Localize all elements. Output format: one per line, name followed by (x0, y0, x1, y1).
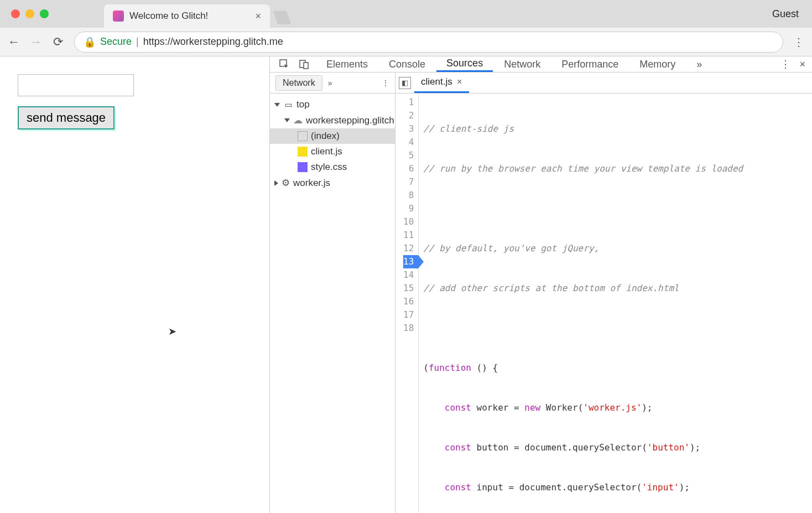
toggle-navigator-icon[interactable]: ◧ (399, 77, 411, 89)
code-column: ◧ client.js × 12345678910111213141516171… (395, 72, 812, 513)
reload-icon[interactable]: ⟳ (52, 36, 64, 48)
file-icon (298, 131, 308, 141)
devtools-body: Network » ⋮ ▭top ☁workerstepping.glitch … (270, 72, 812, 513)
svg-rect-2 (304, 63, 308, 69)
profile-label[interactable]: Guest (772, 8, 799, 20)
cloud-icon: ☁ (293, 115, 303, 126)
worker-icon: ⚙ (282, 177, 290, 189)
tree-file-stylecss[interactable]: style.css (270, 159, 395, 175)
maximize-window-icon[interactable] (40, 9, 49, 18)
omnibox[interactable]: 🔒 Secure | https://workerstepping.glitch… (74, 32, 783, 53)
inspect-icon[interactable] (277, 56, 292, 72)
tree-file-index[interactable]: (index) (270, 128, 395, 144)
devtools-tabs: Elements Console Sources Network Perform… (270, 56, 812, 72)
tab-strip: Welcome to Glitch! × Guest (0, 0, 812, 28)
devtools-menu-icon[interactable]: ⋮ (780, 58, 790, 70)
breakpoint-marker[interactable]: 13 (403, 255, 418, 268)
lock-icon: 🔒 (84, 36, 96, 48)
tab-close-icon[interactable]: × (255, 11, 261, 22)
forward-icon: → (30, 36, 42, 48)
mouse-cursor-icon: ➤ (168, 325, 176, 338)
subtab-network[interactable]: Network (275, 75, 322, 91)
tab-title: Welcome to Glitch! (129, 11, 208, 22)
url-text: https://workerstepping.glitch.me (143, 36, 283, 48)
file-tree: ▭top ☁workerstepping.glitch (index) clie… (270, 94, 395, 513)
new-tab-button[interactable] (273, 11, 292, 24)
tab-console[interactable]: Console (379, 56, 435, 72)
browser-tab[interactable]: Welcome to Glitch! × (104, 4, 270, 28)
main-split: send message Elements Console Sources Ne… (0, 56, 812, 513)
browser-menu-icon[interactable]: ⋮ (793, 35, 804, 49)
browser-chrome: Welcome to Glitch! × Guest ← → ⟳ 🔒 Secur… (0, 0, 812, 56)
devtools: Elements Console Sources Network Perform… (270, 56, 812, 513)
page-content: send message (0, 56, 270, 513)
address-bar: ← → ⟳ 🔒 Secure | https://workerstepping.… (0, 28, 812, 56)
sources-navigator: Network » ⋮ ▭top ☁workerstepping.glitch … (270, 72, 395, 513)
code-lines: // client-side js // run by the browser … (419, 94, 747, 513)
window-controls (11, 9, 49, 18)
tree-worker[interactable]: ⚙worker.js (270, 175, 395, 191)
file-tabs: ◧ client.js × (395, 72, 812, 94)
code-editor[interactable]: 123456789101112131415161718 // client-si… (395, 94, 812, 513)
favicon-icon (113, 11, 124, 22)
css-file-icon (298, 162, 308, 172)
device-mode-icon[interactable] (296, 56, 312, 72)
message-input[interactable] (18, 74, 134, 96)
secure-label: Secure (100, 36, 132, 48)
tab-memory[interactable]: Memory (629, 56, 685, 72)
send-message-button[interactable]: send message (18, 106, 114, 129)
tree-file-clientjs[interactable]: client.js (270, 144, 395, 159)
line-gutter[interactable]: 123456789101112131415161718 (395, 94, 419, 513)
tab-network[interactable]: Network (494, 56, 550, 72)
close-window-icon[interactable] (11, 9, 20, 18)
file-tab-close-icon[interactable]: × (457, 76, 462, 87)
devtools-close-icon[interactable]: × (799, 59, 805, 70)
back-icon[interactable]: ← (8, 36, 20, 48)
tab-elements[interactable]: Elements (316, 56, 378, 72)
tree-top[interactable]: ▭top (270, 97, 395, 112)
tabs-overflow-icon[interactable]: » (686, 56, 712, 72)
tree-domain[interactable]: ☁workerstepping.glitch (270, 112, 395, 128)
js-file-icon (298, 147, 308, 157)
navigator-subtabs: Network » ⋮ (270, 72, 395, 94)
url-separator: | (136, 36, 139, 48)
subtabs-overflow-icon[interactable]: » (328, 79, 332, 87)
minimize-window-icon[interactable] (25, 9, 34, 18)
tab-performance[interactable]: Performance (551, 56, 628, 72)
file-tab-clientjs[interactable]: client.js × (414, 72, 469, 93)
navigator-menu-icon[interactable]: ⋮ (382, 79, 389, 87)
tab-sources[interactable]: Sources (436, 56, 493, 72)
frame-icon: ▭ (283, 100, 293, 110)
